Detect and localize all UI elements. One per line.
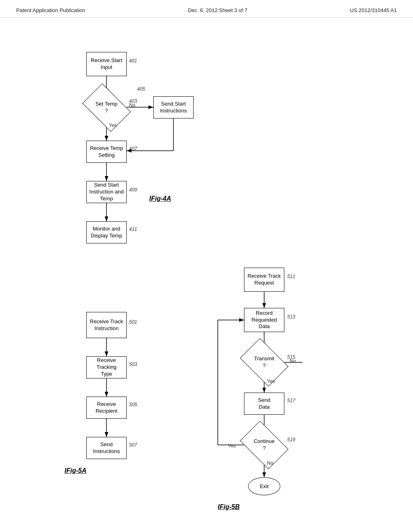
box-517: SendData [244, 393, 284, 415]
box-517-label: SendData [258, 397, 270, 411]
diamond-403: Set Temp? [86, 94, 127, 122]
box-503: Receive TrackingType [86, 356, 127, 378]
yes-519: Yes [228, 443, 236, 449]
box-409: Send StartInstruction and Temp [86, 181, 127, 203]
box-407: Receive TempSetting [86, 141, 127, 163]
box-411-label: Monitor andDisplay Temp [91, 226, 122, 239]
yes-403: Yes [109, 123, 117, 128]
diamond-403-label: Set Temp? [96, 101, 118, 114]
box-503-label: Receive TrackingType [87, 357, 126, 378]
box-411: Monitor andDisplay Temp [86, 221, 127, 243]
header-right: US 2012/310445 A1 [350, 7, 397, 13]
step-411: 411 [129, 227, 137, 232]
header-middle: Dec. 6, 2012 Sheet 3 of 7 [188, 7, 247, 13]
box-505: ReceiveRecipient [86, 397, 127, 419]
box-405: Send StartInstructions [153, 96, 194, 118]
arrows-svg [0, 18, 413, 517]
diamond-519-label: Continue? [254, 438, 275, 452]
box-501-label: Receive TrackInstruction [90, 318, 123, 332]
fig-5a-label: IFig-5A [65, 467, 86, 474]
step-517: 517 [287, 398, 295, 403]
box-505-label: ReceiveRecipient [96, 401, 117, 415]
diamond-515-label: Transmit? [254, 355, 274, 369]
box-405-label: Send StartInstructions [160, 101, 187, 114]
diagram-area: Receive StartInput 401 Set Temp? 403 Yes… [0, 18, 413, 517]
fig-4a-label: IFig-4A [149, 195, 171, 202]
diamond-515: Transmit? [244, 348, 284, 376]
oval-exit-label: Exit [260, 483, 269, 489]
step-407: 407 [129, 146, 137, 152]
page-header: Patent Application Publication Dec. 6, 2… [0, 0, 413, 18]
step-505: 505 [129, 402, 137, 407]
step-511: 511 [287, 274, 295, 279]
no-515: No [290, 358, 296, 364]
box-401-label: Receive StartInput [91, 57, 122, 71]
box-507-label: SendInstructions [93, 441, 120, 455]
diamond-519: Continue? [244, 431, 284, 459]
step-405: 405 [137, 86, 145, 92]
box-401: Receive StartInput [86, 52, 127, 76]
box-409-label: Send StartInstruction and Temp [87, 182, 126, 202]
step-409: 409 [129, 187, 137, 193]
no-519: No [267, 460, 273, 466]
step-501: 501 [129, 319, 137, 325]
box-507: SendInstructions [86, 437, 127, 459]
box-513: Record RequestedData [244, 308, 284, 332]
step-513: 513 [287, 314, 295, 320]
header-left: Patent Application Publication [16, 7, 85, 13]
box-501: Receive TrackInstruction [86, 312, 127, 338]
yes-515: Yes [267, 378, 275, 384]
oval-exit: Exit [248, 477, 280, 495]
fig-5b-label: IFig-5B [218, 503, 240, 511]
no-403: No [129, 102, 135, 108]
step-507: 507 [129, 442, 137, 448]
box-511-label: Receive TrackRequest [248, 273, 281, 287]
step-503: 503 [129, 362, 137, 367]
box-513-label: Record RequestedData [244, 310, 284, 330]
box-407-label: Receive TempSetting [90, 145, 123, 159]
step-401: 401 [129, 58, 137, 64]
step-519: 519 [287, 437, 295, 443]
box-511: Receive TrackRequest [244, 268, 284, 292]
